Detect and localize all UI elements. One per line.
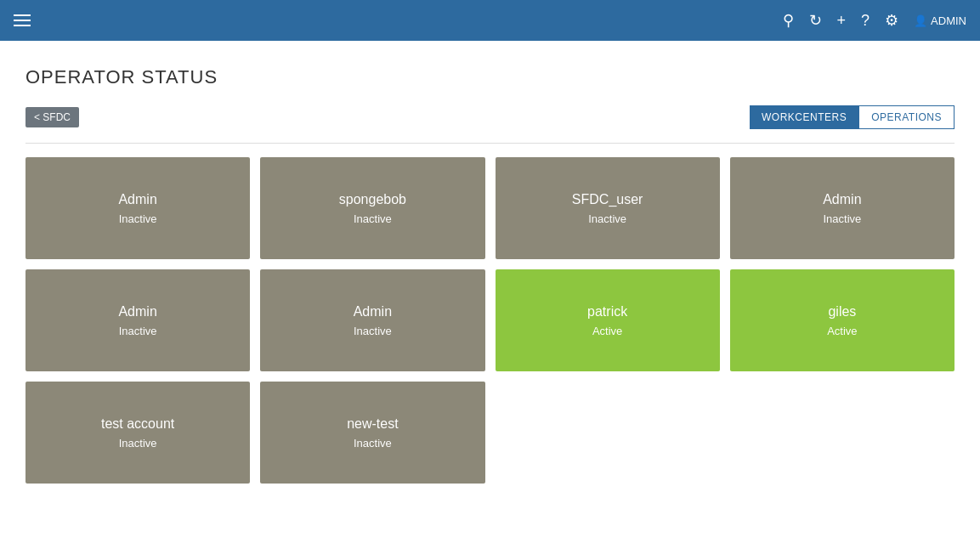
operator-card[interactable]: patrickActive (496, 269, 720, 371)
tab-operations[interactable]: OPERATIONS (858, 105, 955, 129)
tab-buttons: WORKCENTERS OPERATIONS (750, 105, 955, 129)
add-icon[interactable]: + (837, 12, 847, 30)
card-status: Inactive (119, 437, 157, 450)
navbar: ⚲ ↻ + ? ⚙ 👤 ADMIN (0, 0, 980, 41)
card-name: test account (101, 416, 174, 432)
help-icon[interactable]: ? (861, 12, 870, 30)
card-status: Inactive (354, 437, 392, 450)
operator-card[interactable]: AdminInactive (730, 157, 955, 259)
card-status: Inactive (588, 212, 626, 225)
card-name: spongebob (339, 192, 406, 207)
card-status: Inactive (119, 212, 157, 225)
operator-card[interactable]: SFDC_userInactive (496, 157, 720, 259)
sfdc-button[interactable]: < SFDC (25, 107, 79, 127)
tab-workcenters[interactable]: WORKCENTERS (750, 105, 858, 129)
operator-card[interactable]: spongebobInactive (260, 157, 484, 259)
operator-card[interactable]: AdminInactive (25, 269, 250, 371)
card-name: SFDC_user (572, 192, 643, 207)
settings-icon[interactable]: ⚙ (885, 11, 898, 30)
card-status: Inactive (119, 325, 157, 337)
card-name: new-test (347, 416, 398, 432)
card-name: Admin (823, 192, 861, 207)
user-icon: 👤 (914, 14, 927, 27)
operator-card[interactable]: test accountInactive (25, 382, 250, 484)
divider (25, 143, 955, 144)
card-name: patrick (587, 304, 627, 320)
navbar-right: ⚲ ↻ + ? ⚙ 👤 ADMIN (783, 11, 966, 30)
card-status: Inactive (354, 325, 392, 337)
card-status: Active (827, 325, 857, 337)
operator-card[interactable]: new-testInactive (260, 382, 484, 484)
admin-label: ADMIN (931, 14, 966, 27)
navbar-left (14, 14, 31, 26)
main-content: OPERATOR STATUS < SFDC WORKCENTERS OPERA… (0, 41, 980, 501)
operator-card[interactable]: gilesActive (730, 269, 955, 371)
operator-card[interactable]: AdminInactive (25, 157, 250, 259)
card-status: Inactive (823, 212, 861, 225)
card-name: Admin (118, 192, 156, 207)
search-icon[interactable]: ⚲ (783, 11, 794, 30)
card-name: giles (828, 304, 856, 320)
card-status: Active (592, 325, 622, 337)
card-status: Inactive (354, 212, 392, 225)
admin-menu[interactable]: 👤 ADMIN (914, 14, 966, 27)
refresh-icon[interactable]: ↻ (809, 11, 822, 30)
page-title: OPERATOR STATUS (25, 66, 955, 88)
operator-card[interactable]: AdminInactive (260, 269, 484, 371)
card-name: Admin (354, 304, 392, 320)
card-name: Admin (118, 304, 156, 320)
toolbar: < SFDC WORKCENTERS OPERATIONS (25, 105, 955, 129)
operator-grid: AdminInactivespongebobInactiveSFDC_userI… (25, 157, 955, 484)
hamburger-menu-icon[interactable] (14, 14, 31, 26)
